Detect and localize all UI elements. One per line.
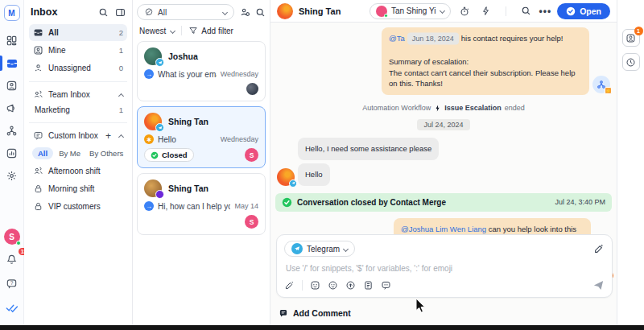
magic-compose-icon[interactable]: [284, 280, 295, 291]
sidebar-item-unassigned[interactable]: Unassigned 0: [29, 60, 127, 76]
conversation-time: May 14: [234, 202, 258, 210]
unread-count: 1: [119, 105, 123, 114]
notifications-bell-icon[interactable]: 13: [0, 252, 24, 266]
channel-selector-dropdown[interactable]: Telegram: [284, 241, 355, 257]
channel-name: Telegram: [307, 245, 340, 254]
ai-assist-icon[interactable]: [593, 243, 605, 254]
tab-all[interactable]: All: [32, 147, 53, 159]
conversation-card[interactable]: Shing Tan → Hi, how can I help you today…: [137, 173, 266, 235]
attachment-icon[interactable]: [345, 280, 356, 291]
sidebar-item-vip-customers[interactable]: VIP customers: [29, 198, 127, 215]
open-conversation-button[interactable]: Open: [557, 3, 610, 19]
lock-icon: [33, 201, 43, 212]
contact-name: Shing Tan: [168, 117, 208, 126]
contacts-icon[interactable]: [0, 76, 24, 96]
message-input[interactable]: [286, 264, 606, 273]
inbox-search-icon[interactable]: [98, 7, 109, 18]
workspace-logo[interactable]: M: [4, 5, 20, 21]
reports-icon[interactable]: [0, 143, 24, 163]
contact-name: Shing Tan: [168, 184, 208, 193]
snooze-icon[interactable]: [456, 6, 473, 17]
divider: [181, 26, 182, 35]
message-thread: @TaJun 18, 2024his contact requires your…: [270, 23, 617, 325]
help-icon[interactable]: ?: [0, 276, 24, 291]
telegram-badge-icon: [289, 179, 297, 188]
sidebar-item-afternoon-shift[interactable]: Afternoon shift: [29, 163, 127, 179]
chevron-down-icon: [222, 9, 228, 14]
message-preview: Hi, how can I help you today?: [158, 202, 230, 211]
telegram-badge-icon: [155, 123, 164, 132]
sidebar-item-all[interactable]: All 2: [29, 24, 127, 41]
filter-funnel-icon[interactable]: [188, 26, 198, 35]
tab-by-others[interactable]: By Others: [86, 147, 126, 159]
snippet-icon[interactable]: [363, 280, 374, 291]
user-avatar[interactable]: S: [4, 229, 20, 245]
custom-item-label: VIP customers: [48, 202, 123, 211]
contact-avatar: [144, 179, 162, 197]
chat-search-icon[interactable]: [518, 6, 534, 16]
team-inbox-icon: [33, 89, 43, 100]
sort-dropdown[interactable]: Newest: [139, 27, 166, 35]
broadcast-icon[interactable]: [0, 98, 24, 118]
contact-details-icon[interactable]: 1: [622, 29, 640, 47]
emoji-icon[interactable]: [310, 280, 320, 291]
quick-reply-icon[interactable]: [381, 280, 391, 291]
assignee-avatar: S: [245, 148, 258, 162]
more-options-icon[interactable]: •••: [539, 6, 552, 17]
send-button[interactable]: [592, 279, 605, 291]
sticker-icon[interactable]: [328, 280, 338, 291]
sidebar-item-label: Unassigned: [48, 64, 114, 72]
assignee-dropdown[interactable]: Tan Shing Yi: [369, 3, 451, 19]
conversation-card-selected[interactable]: Shing Tan ∗ Hello Wednesday Closed S: [137, 106, 266, 168]
banner-time: Jul 24, 3:40 PM: [555, 198, 605, 206]
comment-icon: [279, 308, 288, 318]
double-check-icon[interactable]: [0, 300, 24, 315]
team-inbox-label: Team Inbox: [48, 90, 114, 99]
custom-item-label: Morning shift: [48, 184, 123, 193]
team-inbox-header[interactable]: Team Inbox: [29, 87, 127, 102]
channel-filter-dropdown[interactable]: All: [137, 4, 234, 20]
lock-icon: [33, 184, 43, 194]
inbox-icon[interactable]: [0, 53, 24, 73]
tab-by-me[interactable]: By Me: [56, 147, 84, 159]
assignee-avatar: [246, 83, 258, 95]
sidebar-item-marketing[interactable]: Marketing 1: [29, 102, 127, 118]
custom-inbox-header[interactable]: Custom Inbox +: [29, 128, 127, 143]
chat-header: Shing Tan Tan Shing Yi ••• Open: [270, 0, 617, 23]
activity-history-icon[interactable]: [622, 53, 640, 71]
add-filter-button[interactable]: Add filter: [201, 27, 233, 35]
window-bottom-edge: [0, 325, 644, 330]
add-comment-button[interactable]: Add Comment: [279, 308, 351, 318]
dashboard-icon[interactable]: [0, 31, 24, 51]
custom-item-label: Afternoon shift: [48, 167, 123, 175]
sidebar-item-mine[interactable]: Mine 1: [29, 42, 127, 59]
channel-filter-value: All: [158, 8, 219, 17]
channel-badge-icon: [155, 190, 164, 199]
telegram-icon: [291, 243, 303, 254]
conversation-closed-banner: Conversation closed by Contact Merge Jul…: [275, 193, 612, 212]
assignee-name: Tan Shing Yi: [391, 6, 436, 15]
workflow-bot-avatar: ⚡: [592, 76, 610, 93]
conversation-card[interactable]: Joshua → What is your email? Wednesday: [137, 41, 266, 101]
conversation-list: All Newest Add filter Joshua → What is y…: [133, 0, 270, 325]
message-row: Hello, I need some assistance please: [275, 138, 612, 160]
add-custom-inbox-icon[interactable]: +: [105, 131, 111, 141]
sidebar-item-morning-shift[interactable]: Morning shift: [29, 180, 127, 197]
mention-link[interactable]: @Ta: [389, 34, 405, 43]
check-circle-icon: [151, 151, 159, 159]
telegram-badge-icon: [155, 58, 164, 67]
svg-text:?: ?: [10, 280, 14, 286]
assignee-avatar: S: [245, 215, 258, 229]
contact-avatar: [277, 3, 293, 19]
mine-icon: [33, 45, 43, 56]
conversation-search-icon[interactable]: [255, 7, 266, 18]
collapse-panel-icon[interactable]: [115, 7, 126, 18]
date-separator: Jul 24, 2024: [275, 119, 612, 130]
mention-link[interactable]: @Joshua Lim Wen Liang: [401, 225, 486, 233]
workflows-icon[interactable]: [0, 121, 24, 141]
assignment-settings-icon[interactable]: [239, 6, 250, 18]
note-summary-body: The contact can't cancel their subscript…: [389, 68, 576, 89]
settings-icon[interactable]: [0, 166, 24, 186]
shortcut-lightning-icon[interactable]: [478, 6, 493, 16]
lightning-icon: [434, 105, 441, 112]
